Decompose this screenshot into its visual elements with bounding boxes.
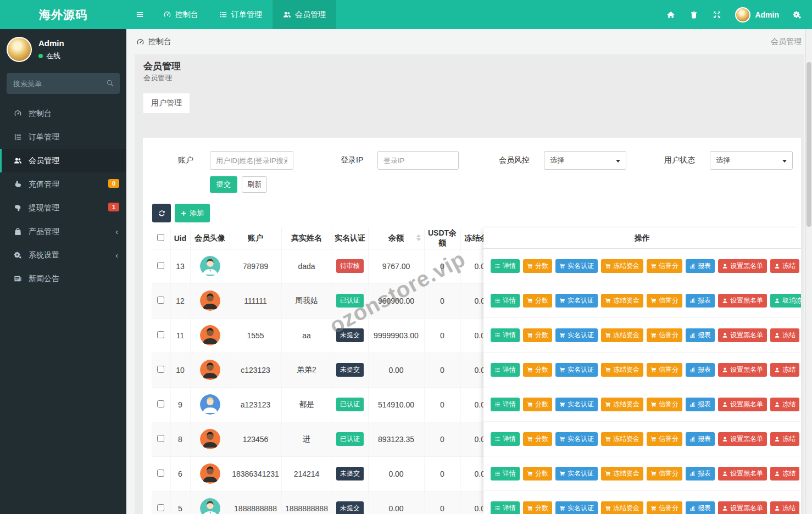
home-button[interactable] [659, 10, 682, 19]
report-button[interactable]: 报表 [686, 398, 715, 411]
report-button[interactable]: 报表 [686, 501, 715, 514]
credit-button[interactable]: 信誉分 [647, 467, 682, 481]
sidebar-item-3[interactable]: 充值管理0 [0, 172, 126, 196]
detail-button[interactable]: 详情 [491, 259, 520, 273]
blacklist-button[interactable]: 设置黑名单 [718, 398, 767, 411]
table-refresh-button[interactable] [152, 204, 171, 222]
user-menu[interactable]: Admin [728, 7, 786, 23]
report-button[interactable]: 报表 [686, 467, 715, 481]
score-button[interactable]: 分数 [523, 432, 552, 446]
freeze-button[interactable]: 冻结 [770, 259, 799, 273]
freeze-button[interactable]: 冻结 [770, 363, 799, 377]
freeze-button[interactable]: 冻结 [770, 398, 799, 411]
score-button[interactable]: 分数 [523, 363, 552, 377]
credit-button[interactable]: 信誉分 [647, 501, 682, 514]
blacklist-button[interactable]: 设置黑名单 [718, 259, 767, 273]
detail-button[interactable]: 详情 [491, 363, 520, 377]
freeze-funds-button[interactable]: 冻结资金 [601, 363, 643, 377]
row-checkbox[interactable] [157, 262, 164, 269]
freeze-funds-button[interactable]: 冻结资金 [601, 467, 643, 481]
row-checkbox[interactable] [157, 366, 164, 373]
login-ip-input[interactable] [377, 151, 459, 170]
credit-button[interactable]: 信誉分 [647, 398, 682, 411]
page-scrollbar[interactable] [805, 29, 812, 514]
sidebar-item-6[interactable]: 系统设置‹ [0, 243, 126, 267]
freeze-funds-button[interactable]: 冻结资金 [601, 294, 643, 308]
sidebar-item-2[interactable]: 会员管理 [0, 149, 126, 172]
settings-button[interactable] [786, 10, 809, 19]
report-button[interactable]: 报表 [686, 432, 715, 446]
tab-user-management[interactable]: 用户管理 [143, 93, 190, 113]
realname-button[interactable]: 实名认证 [555, 363, 598, 377]
sidebar-toggle-button[interactable] [126, 0, 153, 29]
credit-button[interactable]: 信誉分 [647, 259, 682, 273]
report-button[interactable]: 报表 [686, 259, 715, 273]
row-checkbox[interactable] [157, 435, 164, 442]
blacklist-button[interactable]: 设置黑名单 [718, 467, 767, 481]
realname-button[interactable]: 实名认证 [555, 467, 598, 481]
blacklist-button[interactable]: 设置黑名单 [718, 363, 767, 377]
freeze-funds-button[interactable]: 冻结资金 [601, 398, 643, 411]
select-all-checkbox[interactable] [157, 234, 164, 241]
blacklist-button[interactable]: 设置黑名单 [718, 328, 767, 342]
blacklist-button[interactable]: 设置黑名单 [718, 294, 767, 308]
menu-search-input[interactable] [7, 73, 120, 94]
nav-item-0[interactable]: 控制台 [153, 0, 209, 29]
credit-button[interactable]: 信誉分 [647, 432, 682, 446]
detail-button[interactable]: 详情 [491, 467, 520, 481]
detail-button[interactable]: 详情 [491, 328, 520, 342]
freeze-button[interactable]: 冻结 [770, 432, 799, 446]
scrollbar-thumb[interactable] [807, 62, 811, 227]
trash-button[interactable] [682, 10, 705, 19]
freeze-button[interactable]: 冻结 [770, 467, 799, 481]
submit-button[interactable]: 提交 [210, 176, 237, 193]
score-button[interactable]: 分数 [523, 259, 552, 273]
score-button[interactable]: 分数 [523, 501, 552, 514]
row-checkbox[interactable] [157, 504, 164, 511]
nav-item-1[interactable]: 订单管理 [209, 0, 272, 29]
row-checkbox[interactable] [157, 297, 164, 304]
add-button[interactable]: 添加 [175, 204, 210, 222]
credit-button[interactable]: 信誉分 [647, 328, 682, 342]
row-checkbox[interactable] [157, 331, 164, 338]
credit-button[interactable]: 信誉分 [647, 363, 682, 377]
unfreeze-button[interactable]: 取消冻结 [770, 294, 801, 308]
report-button[interactable]: 报表 [686, 363, 715, 377]
detail-button[interactable]: 详情 [491, 398, 520, 411]
column-header-5[interactable]: 余额 [368, 228, 424, 249]
freeze-funds-button[interactable]: 冻结资金 [601, 432, 643, 446]
realname-button[interactable]: 实名认证 [555, 328, 598, 342]
nav-item-2[interactable]: 会员管理 [272, 0, 336, 29]
row-checkbox[interactable] [157, 470, 164, 477]
freeze-funds-button[interactable]: 冻结资金 [601, 259, 643, 273]
freeze-funds-button[interactable]: 冻结资金 [601, 328, 643, 342]
credit-button[interactable]: 信誉分 [647, 294, 682, 308]
detail-button[interactable]: 详情 [491, 501, 520, 514]
report-button[interactable]: 报表 [686, 328, 715, 342]
score-button[interactable]: 分数 [523, 467, 552, 481]
score-button[interactable]: 分数 [523, 328, 552, 342]
brand-logo[interactable]: 海外源码 [0, 0, 126, 29]
realname-button[interactable]: 实名认证 [555, 294, 598, 308]
account-search-input[interactable] [210, 151, 293, 170]
freeze-funds-button[interactable]: 冻结资金 [601, 501, 643, 514]
sort-icon[interactable] [416, 234, 421, 241]
realname-button[interactable]: 实名认证 [555, 501, 598, 514]
risk-select[interactable]: 选择 [544, 151, 626, 170]
detail-button[interactable]: 详情 [491, 432, 520, 446]
user-status-select[interactable]: 选择 [710, 151, 793, 170]
row-checkbox[interactable] [157, 400, 164, 407]
sidebar-item-5[interactable]: 产品管理‹ [0, 220, 126, 243]
score-button[interactable]: 分数 [523, 398, 552, 411]
sidebar-item-1[interactable]: 订单管理 [0, 125, 126, 149]
realname-button[interactable]: 实名认证 [555, 398, 598, 411]
blacklist-button[interactable]: 设置黑名单 [718, 432, 767, 446]
freeze-button[interactable]: 冻结 [770, 328, 799, 342]
score-button[interactable]: 分数 [523, 294, 552, 308]
sidebar-item-0[interactable]: 控制台 [0, 102, 126, 125]
detail-button[interactable]: 详情 [491, 294, 520, 308]
report-button[interactable]: 报表 [686, 294, 715, 308]
breadcrumb[interactable]: 控制台 [136, 37, 171, 47]
search-icon[interactable] [106, 79, 114, 87]
fullscreen-button[interactable] [705, 10, 728, 19]
